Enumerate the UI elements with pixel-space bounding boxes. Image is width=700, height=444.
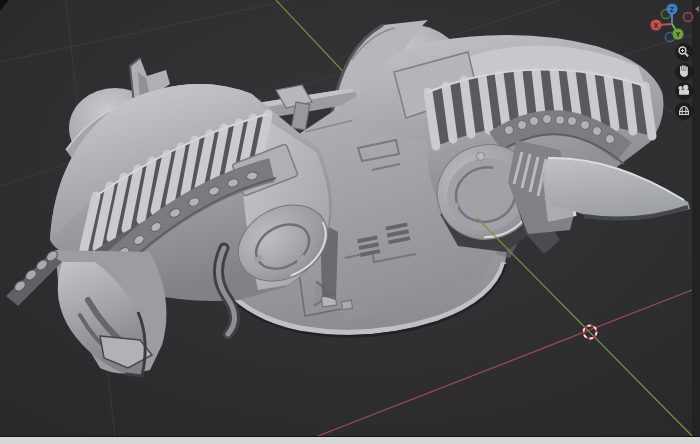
projection-toggle-button[interactable] (675, 102, 693, 120)
camera-icon (678, 85, 689, 95)
viewport-3d[interactable]: Z X Y (0, 0, 700, 444)
gizmo-x-label: X (654, 22, 659, 29)
app-window: Z X Y (0, 0, 700, 444)
zoom-button[interactable] (675, 43, 693, 61)
pan-button[interactable] (675, 63, 693, 81)
side-rail (693, 0, 700, 437)
camera-view-button[interactable] (675, 82, 693, 100)
gizmo-axis-x-negative[interactable] (683, 12, 692, 21)
viewport-bottom-edge (0, 436, 700, 437)
bottom-bar (0, 437, 700, 444)
gizmo-z-label: Z (670, 6, 674, 13)
gizmo-y-label: Y (676, 31, 681, 38)
